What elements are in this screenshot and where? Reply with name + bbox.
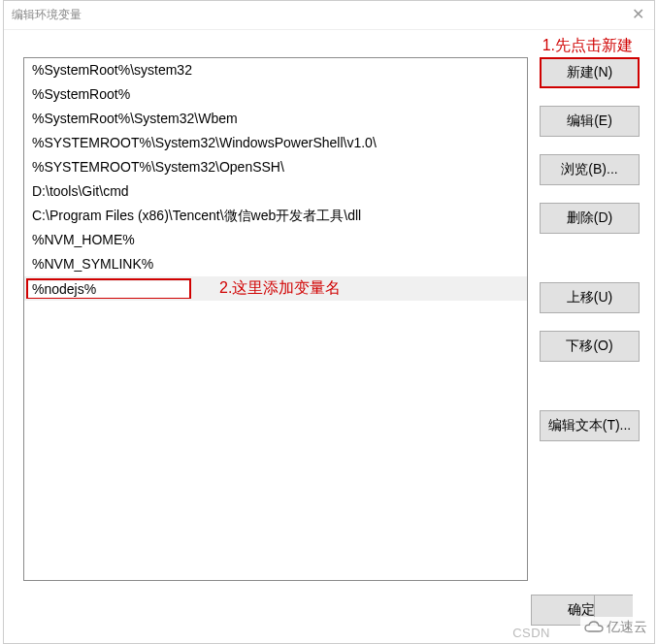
delete-button[interactable]: 删除(D) <box>540 203 640 234</box>
yisu-watermark: 亿速云 <box>580 617 651 638</box>
list-item[interactable]: C:\Program Files (x86)\Tencent\微信web开发者工… <box>24 204 527 228</box>
list-item[interactable]: %NVM_HOME% <box>24 228 527 252</box>
button-column: 新建(N) 编辑(E) 浏览(B)... 删除(D) 上移(U) 下移(O) 编… <box>540 57 640 459</box>
move-up-button[interactable]: 上移(U) <box>540 282 640 313</box>
path-edit-input[interactable] <box>28 281 189 298</box>
browse-button[interactable]: 浏览(B)... <box>540 154 640 185</box>
list-item[interactable]: %SystemRoot%\System32\Wbem <box>24 107 527 131</box>
window-title: 编辑环境变量 <box>12 7 82 23</box>
path-listbox[interactable]: %SystemRoot%\system32 %SystemRoot% %Syst… <box>23 57 528 581</box>
edit-env-var-dialog: 编辑环境变量 ✕ 1.先点击新建 %SystemRoot%\system32 %… <box>3 0 655 644</box>
edit-button[interactable]: 编辑(E) <box>540 106 640 137</box>
list-item[interactable]: %SystemRoot%\system32 <box>24 58 527 82</box>
cloud-icon <box>584 621 604 634</box>
list-item[interactable]: %NVM_SYMLINK% <box>24 252 527 276</box>
edit-text-button[interactable]: 编辑文本(T)... <box>540 410 640 441</box>
csdn-watermark: CSDN <box>512 626 550 640</box>
list-item[interactable]: %SYSTEMROOT%\System32\OpenSSH\ <box>24 155 527 179</box>
list-item[interactable]: %SYSTEMROOT%\System32\WindowsPowerShell\… <box>24 131 527 155</box>
annotation-step1: 1.先点击新建 <box>542 36 633 56</box>
new-button[interactable]: 新建(N) <box>540 57 640 88</box>
list-item[interactable]: %SystemRoot% <box>24 82 527 107</box>
dialog-content: %SystemRoot%\system32 %SystemRoot% %Syst… <box>23 57 640 581</box>
yisu-watermark-text: 亿速云 <box>607 619 647 636</box>
edit-highlight-box <box>26 278 191 299</box>
annotation-step2: 2.这里添加变量名 <box>219 278 341 299</box>
move-down-button[interactable]: 下移(O) <box>540 331 640 362</box>
close-icon[interactable]: ✕ <box>632 5 644 23</box>
titlebar: 编辑环境变量 ✕ <box>4 1 654 30</box>
list-item[interactable]: D:\tools\Git\cmd <box>24 179 527 204</box>
